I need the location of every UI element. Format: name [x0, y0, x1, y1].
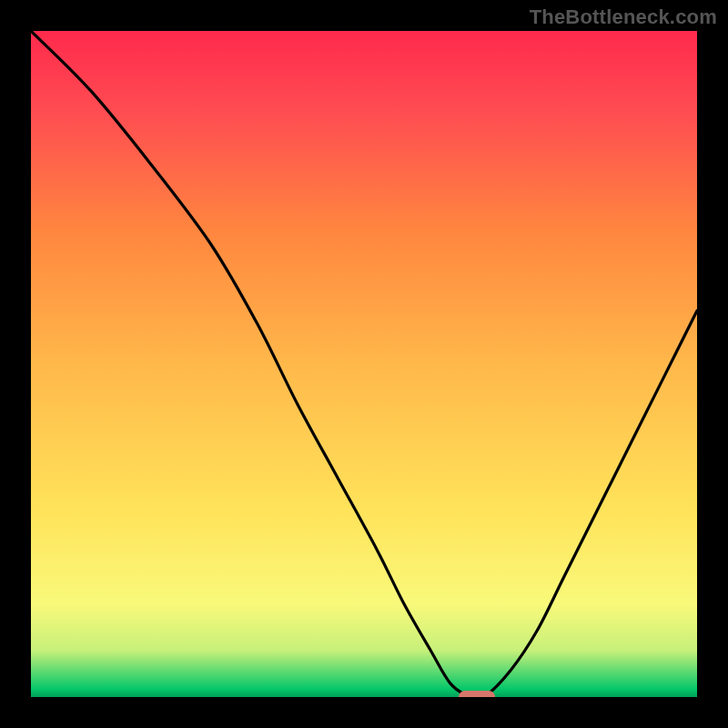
watermark-text: TheBottleneck.com [530, 5, 717, 29]
chart-plot-area [31, 31, 697, 697]
bottleneck-curve [31, 31, 697, 697]
chart-frame: TheBottleneck.com [0, 0, 728, 728]
optimum-marker [459, 691, 495, 697]
curve-layer [31, 31, 697, 697]
